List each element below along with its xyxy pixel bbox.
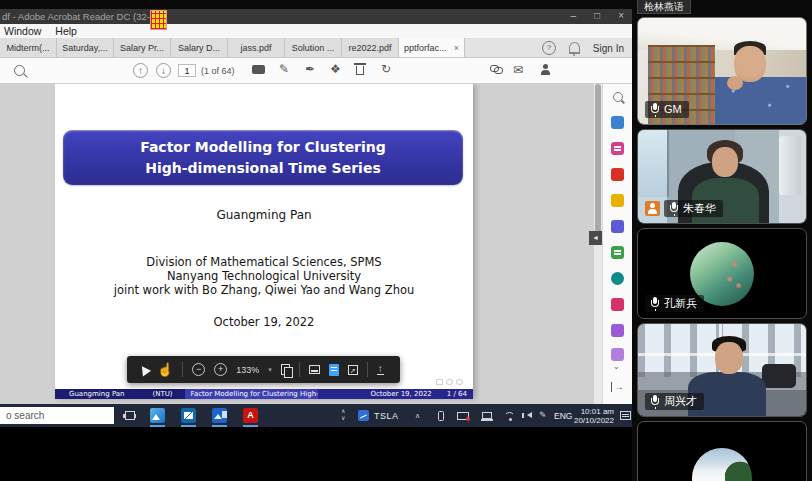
edit-pdf-icon[interactable] bbox=[611, 142, 624, 155]
participant-video-3[interactable]: 孔新兵 bbox=[637, 228, 807, 319]
previous-page-button[interactable] bbox=[133, 63, 148, 78]
clock[interactable]: 10:01 am 20/10/2022 bbox=[572, 407, 614, 425]
tab-saturday[interactable]: Saturday,... bbox=[57, 38, 114, 57]
acrobat-app-icon[interactable] bbox=[243, 408, 258, 423]
participant-video-5[interactable] bbox=[637, 421, 807, 481]
task-view-icon[interactable] bbox=[125, 411, 135, 420]
compress-pdf-icon[interactable] bbox=[611, 272, 624, 285]
action-center-icon[interactable] bbox=[620, 411, 631, 420]
email-icon[interactable] bbox=[513, 63, 523, 77]
scroll-chevrons-icon[interactable] bbox=[341, 408, 345, 422]
screen-record-tray-icon[interactable] bbox=[457, 412, 469, 420]
participant-name: 周兴才 bbox=[664, 395, 697, 408]
stamp-icon[interactable] bbox=[330, 62, 341, 76]
select-cursor-icon[interactable] bbox=[135, 359, 151, 376]
close-tab-icon[interactable] bbox=[454, 43, 459, 53]
fullscreen-icon[interactable] bbox=[348, 365, 358, 375]
convert-icon[interactable] bbox=[611, 324, 624, 337]
language-indicator[interactable]: ENG bbox=[554, 411, 572, 421]
highlight-icon[interactable] bbox=[279, 62, 289, 76]
page-view-icon[interactable] bbox=[281, 364, 290, 375]
tab-pptforfac-active[interactable]: pptforfac... bbox=[399, 38, 465, 57]
scrollbar-thumb[interactable] bbox=[595, 84, 601, 234]
tab-re2022[interactable]: re2022.pdf bbox=[342, 38, 399, 57]
combine-files-icon[interactable] bbox=[611, 220, 624, 233]
sign-in-button[interactable]: Sign In bbox=[593, 43, 624, 54]
share-with-others-icon[interactable] bbox=[540, 64, 552, 76]
more-tools-icon[interactable] bbox=[611, 348, 624, 361]
taskbar-search-input[interactable]: o search bbox=[0, 407, 114, 424]
date: 20/10/2022 bbox=[572, 416, 614, 425]
tab-solution[interactable]: Solution ... bbox=[285, 38, 342, 57]
slide-title-line1: Factor Modelling for Clustering bbox=[63, 137, 463, 158]
speaker-icon[interactable] bbox=[524, 412, 532, 418]
participant-name-chip: 枪林燕语 bbox=[637, 0, 691, 14]
hand-tool-icon[interactable] bbox=[157, 363, 173, 376]
outlook-app-icon[interactable] bbox=[181, 408, 196, 423]
fit-page-icon[interactable] bbox=[329, 364, 339, 376]
floating-widget-icon[interactable] bbox=[150, 10, 167, 30]
profile-badge-icon bbox=[645, 201, 660, 216]
wifi-icon[interactable] bbox=[504, 412, 516, 421]
menu-window[interactable]: Window bbox=[4, 25, 41, 37]
share-upload-icon[interactable] bbox=[377, 364, 384, 375]
pen-tray-icon[interactable] bbox=[539, 410, 547, 420]
tab-midterm[interactable]: Midterm(... bbox=[0, 38, 57, 57]
notifications-bell-icon[interactable] bbox=[569, 42, 580, 54]
search-text: o search bbox=[6, 410, 44, 421]
zoom-level[interactable]: 133% bbox=[236, 365, 259, 375]
next-page-button[interactable] bbox=[156, 63, 171, 78]
tab-jass[interactable]: jass.pdf bbox=[228, 38, 285, 57]
stock-ticker[interactable]: TSLA bbox=[374, 411, 399, 421]
share-link-icon[interactable] bbox=[490, 65, 502, 73]
menu-bar: Window Help bbox=[0, 24, 632, 38]
divider bbox=[367, 362, 368, 377]
fill-sign-icon[interactable] bbox=[611, 298, 624, 311]
sign-icon[interactable] bbox=[305, 62, 315, 76]
running-indicator bbox=[181, 425, 196, 427]
footer-institute: (NTU) bbox=[152, 389, 172, 399]
organize-pages-icon[interactable] bbox=[611, 246, 624, 259]
window-title: df - Adobe Acrobat Reader DC (32-bit) bbox=[2, 11, 163, 22]
time: 10:01 am bbox=[572, 407, 614, 416]
participant-video-2[interactable]: 朱春华 bbox=[637, 129, 807, 224]
zoom-out-icon[interactable] bbox=[192, 363, 205, 376]
footer-page: 1 / 64 bbox=[447, 389, 467, 399]
blue-app-icon[interactable] bbox=[212, 408, 227, 423]
photo-detail bbox=[712, 147, 738, 177]
menu-help[interactable]: Help bbox=[55, 25, 77, 37]
phone-tray-icon[interactable] bbox=[438, 411, 444, 421]
stock-widget-icon[interactable] bbox=[358, 410, 369, 421]
open-panel-arrow-icon[interactable] bbox=[611, 382, 624, 392]
pdf-page: Factor Modelling for Clustering High-dim… bbox=[55, 84, 473, 399]
laptop-tray-icon[interactable] bbox=[482, 412, 492, 419]
comment-tool-icon[interactable] bbox=[611, 194, 624, 207]
tab-salary-pr[interactable]: Salary Pr... bbox=[114, 38, 171, 57]
acrobat-window: df - Adobe Acrobat Reader DC (32-bit) Wi… bbox=[0, 0, 632, 404]
help-icon[interactable] bbox=[542, 41, 556, 55]
maximize-icon[interactable] bbox=[594, 10, 600, 22]
tray-expand-icon[interactable] bbox=[415, 412, 420, 420]
create-pdf-icon[interactable] bbox=[611, 168, 624, 181]
zoom-dropdown-icon[interactable] bbox=[268, 366, 272, 374]
photos-app-icon[interactable] bbox=[150, 408, 165, 423]
participant-video-1[interactable]: GM bbox=[637, 17, 807, 125]
tab-salary-d[interactable]: Salary D... bbox=[171, 38, 228, 57]
rotate-icon[interactable] bbox=[381, 62, 391, 76]
collapse-panel-arrow-icon[interactable] bbox=[589, 231, 602, 245]
chevron-down-icon[interactable] bbox=[613, 362, 620, 371]
page-number-input[interactable]: 1 bbox=[178, 64, 196, 77]
photo-detail bbox=[638, 130, 669, 197]
search-icon[interactable] bbox=[14, 65, 25, 76]
comment-icon[interactable] bbox=[252, 65, 265, 74]
fit-width-icon[interactable] bbox=[309, 365, 320, 374]
window-controls bbox=[571, 10, 624, 22]
microphone-icon bbox=[650, 297, 660, 310]
zoom-in-icon[interactable] bbox=[214, 363, 227, 376]
close-icon[interactable] bbox=[618, 10, 624, 22]
minimize-icon[interactable] bbox=[571, 10, 577, 22]
search-tools-icon[interactable] bbox=[613, 92, 623, 102]
trash-icon[interactable] bbox=[356, 66, 364, 75]
export-pdf-icon[interactable] bbox=[611, 116, 624, 129]
participant-video-4[interactable]: 周兴才 bbox=[637, 323, 807, 417]
